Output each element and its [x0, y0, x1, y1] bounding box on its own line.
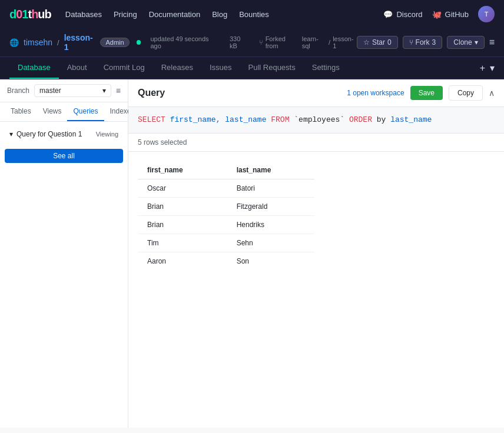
chevron-down-icon: ▾	[475, 38, 478, 46]
query-header: Query 1 open workspace Save Copy ∧	[128, 79, 504, 107]
chevron-down-icon3: ▾	[9, 130, 13, 138]
nav-pricing[interactable]: Pricing	[114, 10, 137, 19]
col-header-firstname: first_name	[138, 161, 227, 179]
repo-title: 🌐 timsehn / lesson-1 Admin	[9, 33, 130, 52]
star-icon: ☆	[363, 38, 370, 46]
fork-source-repo[interactable]: lesson-1	[333, 35, 357, 49]
dbtab-tables[interactable]: Tables	[5, 102, 37, 121]
discord-link[interactable]: 💬 Discord	[383, 10, 422, 19]
table-row: OscarBatori	[138, 179, 314, 197]
sql-order-col: last_name	[390, 115, 432, 124]
tab-commit-log[interactable]: Commit Log	[95, 57, 153, 79]
fork-source-user[interactable]: learn-sql	[302, 35, 326, 49]
main-layout: Branch master ▾ ≡ Tables Views Queries I…	[0, 79, 504, 428]
list-icon[interactable]: ≡	[116, 86, 121, 95]
dbtab-queries[interactable]: Queries	[67, 102, 104, 121]
copy-button[interactable]: Copy	[449, 85, 483, 101]
results-bar: 5 rows selected	[128, 134, 504, 152]
table-row: TimSehn	[138, 234, 314, 252]
github-icon: 🐙	[432, 10, 442, 19]
list-item[interactable]: ▾ Query for Question 1 Viewing	[5, 126, 123, 142]
user-avatar[interactable]: T	[478, 6, 495, 22]
status-dot	[137, 40, 141, 45]
nav-bounties[interactable]: Bounties	[239, 10, 269, 19]
fork-icon2: ⑂	[409, 38, 413, 46]
collapse-button[interactable]: ∧	[489, 88, 495, 98]
queries-list: ▾ Query for Question 1 Viewing	[0, 122, 128, 146]
fork-icon: ⑂	[259, 39, 263, 46]
top-nav: d01thub Databases Pricing Documentation …	[0, 0, 504, 28]
table-row: AaronSon	[138, 252, 314, 270]
nav-databases[interactable]: Databases	[65, 10, 102, 19]
sql-order-keyword: ORDER	[349, 115, 372, 124]
save-button[interactable]: Save	[410, 86, 443, 100]
results-count: 5 rows selected	[138, 138, 187, 146]
tab-releases[interactable]: Releases	[153, 57, 201, 79]
tab-about[interactable]: About	[59, 57, 95, 79]
repo-actions: ☆ Star 0 ⑂ Fork 3 Clone ▾ ≡	[357, 36, 495, 49]
sql-editor[interactable]: SELECT first_name, last_name FROM `emplo…	[128, 107, 504, 134]
db-tabs: Tables Views Queries Indexes	[0, 102, 128, 122]
admin-badge: Admin	[100, 38, 129, 47]
table-container: first_name last_name OscarBatoriBrianFit…	[128, 152, 504, 279]
globe-icon: 🌐	[9, 38, 19, 47]
sql-columns: first_name, last_name	[170, 115, 271, 124]
sql-table: `employees`	[294, 115, 349, 124]
repo-tabs: Database About Commit Log Releases Issue…	[0, 57, 504, 79]
sql-from-keyword: FROM	[271, 115, 289, 124]
nav-blog[interactable]: Blog	[212, 10, 227, 19]
branch-select[interactable]: master ▾	[34, 84, 111, 97]
tab-settings[interactable]: Settings	[304, 57, 348, 79]
branch-bar: Branch master ▾ ≡	[0, 79, 128, 102]
repo-username[interactable]: timsehn	[24, 38, 52, 47]
query-title: Query	[138, 88, 165, 98]
clone-button[interactable]: Clone ▾	[447, 36, 484, 49]
hamburger-button[interactable]: ≡	[489, 37, 495, 48]
chevron-down-icon2: ▾	[102, 86, 106, 95]
results-table: first_name last_name OscarBatoriBrianFit…	[138, 161, 314, 270]
table-row: BrianFitzgerald	[138, 197, 314, 215]
tab-database[interactable]: Database	[9, 57, 59, 79]
fork-button[interactable]: ⑂ Fork 3	[403, 36, 443, 49]
tab-pull-requests[interactable]: Pull Requests	[240, 57, 304, 79]
discord-icon: 💬	[383, 10, 393, 19]
query-header-right: 1 open workspace Save Copy ∧	[347, 85, 495, 101]
sidebar: Branch master ▾ ≡ Tables Views Queries I…	[0, 79, 128, 428]
updated-time: updated 49 seconds ago	[150, 35, 220, 49]
dropdown-button[interactable]: ▾	[490, 62, 495, 74]
tab-issues[interactable]: Issues	[201, 57, 240, 79]
dbtab-views[interactable]: Views	[37, 102, 68, 121]
repo-name[interactable]: lesson-1	[64, 33, 96, 52]
see-all-button[interactable]: See all	[5, 149, 123, 163]
sql-select-keyword: SELECT	[138, 115, 165, 124]
add-button[interactable]: +	[480, 63, 485, 74]
star-button[interactable]: ☆ Star 0	[357, 36, 398, 49]
forked-from: ⑂ Forked from learn-sql / lesson-1	[259, 35, 357, 49]
col-header-lastname: last_name	[227, 161, 314, 179]
query-item-name: Query for Question 1	[16, 130, 82, 138]
content: Query 1 open workspace Save Copy ∧ SELEC…	[128, 79, 504, 428]
logo[interactable]: d01thub	[9, 8, 51, 21]
repo-tabs-right: + ▾	[480, 62, 495, 74]
repo-tabs-left: Database About Commit Log Releases Issue…	[9, 57, 348, 79]
table-row: BrianHendriks	[138, 215, 314, 234]
query-status: Viewing	[96, 131, 118, 138]
repo-meta: updated 49 seconds ago 330 kB ⑂ Forked f…	[137, 35, 357, 49]
repo-size: 330 kB	[230, 35, 250, 49]
nav-links: Databases Pricing Documentation Blog Bou…	[65, 10, 370, 19]
nav-right: 💬 Discord 🐙 GitHub T	[383, 6, 495, 22]
repo-header: 🌐 timsehn / lesson-1 Admin updated 49 se…	[0, 28, 504, 57]
branch-label: Branch	[7, 86, 29, 95]
github-link[interactable]: 🐙 GitHub	[432, 10, 469, 19]
nav-documentation[interactable]: Documentation	[149, 10, 200, 19]
workspace-link[interactable]: 1 open workspace	[347, 89, 404, 97]
